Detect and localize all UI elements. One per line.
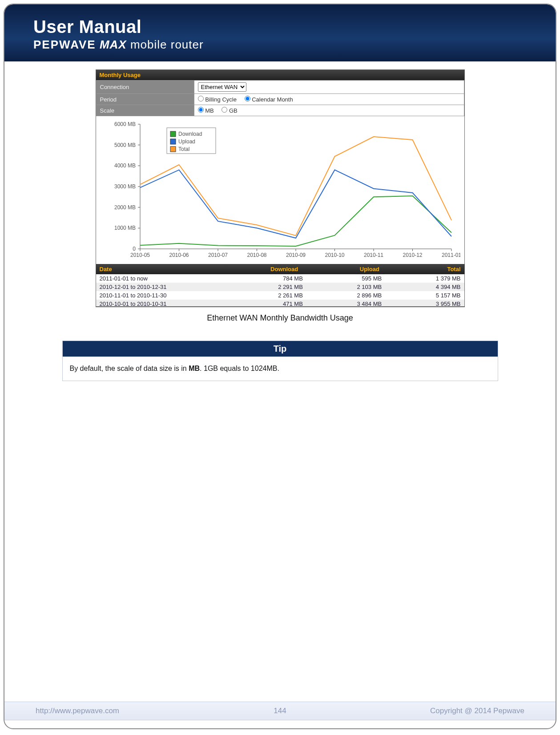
scale-mb-text: MB xyxy=(205,107,214,114)
cell-connection: Ethernet WAN xyxy=(194,81,464,94)
scale-gb-text: GB xyxy=(229,107,238,114)
svg-text:Upload: Upload xyxy=(178,138,195,145)
col-upload: Upload xyxy=(302,264,383,274)
label-connection: Connection xyxy=(96,81,194,94)
svg-text:2010-11: 2010-11 xyxy=(363,252,383,258)
footer-page: 144 xyxy=(254,707,307,715)
period-billing-radio[interactable] xyxy=(198,96,204,102)
tip-box: Tip By default, the scale of data size i… xyxy=(62,341,498,381)
svg-text:4000 MB: 4000 MB xyxy=(114,162,135,169)
title-sub: PEPWAVE MAX mobile router xyxy=(33,38,533,52)
svg-text:Download: Download xyxy=(178,131,202,137)
cell-download: 471 MB xyxy=(224,300,303,305)
svg-text:2010-06: 2010-06 xyxy=(169,252,189,258)
svg-text:2011-01: 2011-01 xyxy=(441,252,460,258)
svg-rect-39 xyxy=(170,146,176,152)
brand-name: PEPWAVE xyxy=(33,38,96,51)
cell-scale: MB GB xyxy=(194,105,464,116)
tip-text-bold: MB xyxy=(189,365,200,372)
svg-text:6000 MB: 6000 MB xyxy=(114,121,135,127)
table-row: 2011-01-01 to now784 MB595 MB1 379 MB xyxy=(96,274,464,283)
svg-text:2010-10: 2010-10 xyxy=(325,252,344,258)
cell-total: 5 157 MB xyxy=(382,292,460,299)
scale-mb-label[interactable]: MB xyxy=(198,107,214,114)
data-table-header: Date Download Upload Total xyxy=(96,264,464,274)
label-period: Period xyxy=(96,94,194,105)
period-calendar-text: Calendar Month xyxy=(252,96,293,103)
svg-text:1000 MB: 1000 MB xyxy=(114,225,135,231)
period-billing-text: Billing Cycle xyxy=(205,96,237,103)
svg-text:Total: Total xyxy=(178,146,189,152)
connection-select[interactable]: Ethernet WAN xyxy=(198,82,246,92)
cell-download: 2 291 MB xyxy=(224,284,303,290)
table-row: 2010-12-01 to 2010-12-312 291 MB2 103 MB… xyxy=(96,283,464,291)
col-total: Total xyxy=(383,264,464,274)
svg-text:2000 MB: 2000 MB xyxy=(114,204,135,211)
cell-upload: 595 MB xyxy=(303,275,382,282)
cell-date: 2010-10-01 to 2010-10-31 xyxy=(100,300,224,305)
footer-bar: http://www.pepwave.com 144 Copyright @ 2… xyxy=(4,702,556,720)
page-frame: User Manual PEPWAVE MAX mobile router Mo… xyxy=(4,4,556,729)
cell-total: 4 394 MB xyxy=(382,284,460,290)
tip-body: By default, the scale of data size is in… xyxy=(63,357,498,381)
svg-text:2010-08: 2010-08 xyxy=(247,252,266,258)
cell-period: Billing Cycle Calendar Month xyxy=(194,94,464,105)
cell-total: 1 379 MB xyxy=(382,275,460,282)
figure-caption: Ethernet WAN Monthly Bandwidth Usage xyxy=(31,313,529,323)
cell-total: 3 955 MB xyxy=(382,300,460,305)
svg-text:2010-05: 2010-05 xyxy=(130,252,149,258)
scale-mb-radio[interactable] xyxy=(198,107,204,113)
svg-text:2010-07: 2010-07 xyxy=(208,252,227,258)
scale-gb-label[interactable]: GB xyxy=(222,107,237,114)
col-date: Date xyxy=(96,264,221,274)
svg-text:2010-12: 2010-12 xyxy=(403,252,422,258)
tip-text-pre: By default, the scale of data size is in xyxy=(70,365,189,372)
svg-text:2010-09: 2010-09 xyxy=(286,252,305,258)
svg-rect-37 xyxy=(170,139,176,144)
cell-download: 784 MB xyxy=(224,275,303,282)
cell-upload: 3 484 MB xyxy=(303,300,382,305)
brand-suffix: mobile router xyxy=(130,38,204,51)
section-header-monthly-usage: Monthly Usage xyxy=(96,70,464,80)
period-calendar-label[interactable]: Calendar Month xyxy=(245,96,293,103)
cell-upload: 2 896 MB xyxy=(303,292,382,299)
cell-download: 2 261 MB xyxy=(224,292,303,299)
brand-max: MAX xyxy=(100,38,127,51)
cell-date: 2010-11-01 to 2010-11-30 xyxy=(100,292,224,299)
svg-text:0: 0 xyxy=(133,246,136,252)
chart-area: 01000 MB2000 MB3000 MB4000 MB5000 MB6000… xyxy=(96,116,464,264)
usage-chart: 01000 MB2000 MB3000 MB4000 MB5000 MB6000… xyxy=(100,120,460,262)
tip-header: Tip xyxy=(63,341,498,357)
usage-panel: Monthly Usage Connection Ethernet WAN Pe… xyxy=(96,69,465,307)
data-table-body: 2011-01-01 to now784 MB595 MB1 379 MB201… xyxy=(96,274,464,307)
cell-date: 2010-12-01 to 2010-12-31 xyxy=(100,284,224,290)
table-row: 2010-10-01 to 2010-10-31471 MB3 484 MB3 … xyxy=(96,300,464,307)
period-billing-label[interactable]: Billing Cycle xyxy=(198,96,237,103)
tip-text-post: . 1GB equals to 1024MB. xyxy=(200,365,279,372)
svg-rect-35 xyxy=(170,131,176,137)
scale-gb-radio[interactable] xyxy=(222,107,227,113)
cell-date: 2011-01-01 to now xyxy=(100,275,224,282)
footer-url: http://www.pepwave.com xyxy=(36,707,254,715)
title-main: User Manual xyxy=(33,17,533,37)
footer-copyright: Copyright @ 2014 Pepwave xyxy=(307,707,525,715)
content-area: Monthly Usage Connection Ethernet WAN Pe… xyxy=(4,61,556,381)
table-row: 2010-11-01 to 2010-11-302 261 MB2 896 MB… xyxy=(96,291,464,300)
col-download: Download xyxy=(221,264,302,274)
period-calendar-radio[interactable] xyxy=(245,96,250,102)
svg-text:5000 MB: 5000 MB xyxy=(114,142,135,148)
document-header: User Manual PEPWAVE MAX mobile router xyxy=(4,4,556,61)
settings-table: Connection Ethernet WAN Period Billing C… xyxy=(96,80,464,116)
label-scale: Scale xyxy=(96,105,194,116)
svg-text:3000 MB: 3000 MB xyxy=(114,183,135,190)
cell-upload: 2 103 MB xyxy=(303,284,382,290)
